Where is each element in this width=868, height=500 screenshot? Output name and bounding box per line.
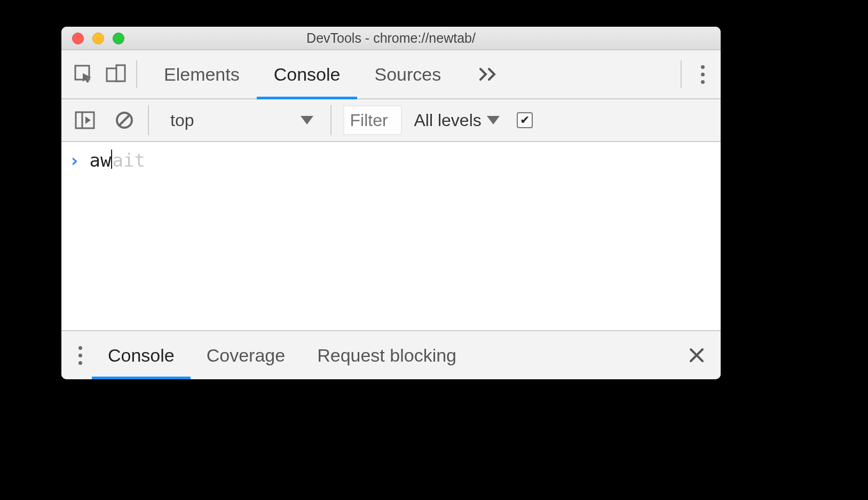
divider	[681, 60, 682, 88]
toggle-sidebar-icon[interactable]	[69, 104, 101, 136]
drawer: Console Coverage Request blocking	[61, 330, 721, 379]
tab-sources[interactable]: Sources	[357, 50, 458, 98]
tab-console[interactable]: Console	[257, 50, 358, 98]
console-prompt-line[interactable]: › await	[61, 142, 721, 178]
drawer-tab-console[interactable]: Console	[92, 331, 191, 379]
titlebar: DevTools - chrome://newtab/	[61, 27, 721, 50]
window-title: DevTools - chrome://newtab/	[61, 30, 721, 46]
levels-label: All levels	[414, 111, 481, 130]
console-autocomplete-suggestion: ait	[112, 150, 145, 171]
console-input-typed: aw	[89, 150, 111, 171]
main-tabs: Elements Console Sources	[147, 50, 458, 98]
context-label: top	[170, 111, 194, 130]
group-similar-checkbox[interactable]: ✔	[517, 112, 533, 128]
chevron-down-icon	[487, 116, 500, 124]
svg-line-6	[119, 115, 130, 126]
log-levels-select[interactable]: All levels	[409, 111, 499, 130]
context-select-wrap: top	[148, 105, 323, 135]
chevron-down-icon	[301, 116, 313, 124]
clear-console-icon[interactable]	[108, 104, 140, 136]
console-toolbar: top All levels ✔	[61, 99, 721, 142]
traffic-lights	[61, 33, 124, 44]
devtools-window: DevTools - chrome://newtab/ Elements Con…	[61, 27, 721, 379]
minimize-window-button[interactable]	[92, 33, 104, 44]
checkmark-icon: ✔	[520, 114, 530, 126]
divider	[136, 60, 137, 88]
console-body[interactable]: › await	[61, 142, 721, 330]
zoom-window-button[interactable]	[113, 33, 124, 44]
drawer-tab-request-blocking[interactable]: Request blocking	[301, 331, 472, 379]
filter-input[interactable]	[343, 105, 402, 135]
drawer-tabs: Console Coverage Request blocking	[92, 331, 472, 379]
settings-kebab-icon[interactable]	[691, 65, 714, 84]
prompt-chevron-icon: ›	[69, 150, 80, 171]
main-tabbar: Elements Console Sources	[61, 50, 721, 99]
device-toolbar-icon[interactable]	[100, 58, 132, 90]
drawer-tab-coverage[interactable]: Coverage	[191, 331, 301, 379]
svg-rect-2	[116, 65, 125, 81]
execution-context-select[interactable]: top	[161, 104, 323, 136]
close-drawer-icon[interactable]	[680, 347, 713, 363]
filter-wrap	[330, 105, 402, 135]
svg-rect-3	[76, 112, 94, 128]
close-window-button[interactable]	[72, 33, 84, 44]
more-tabs-icon[interactable]	[473, 58, 505, 90]
drawer-kebab-icon[interactable]	[69, 346, 92, 365]
tab-elements[interactable]: Elements	[147, 50, 257, 98]
inspect-element-icon[interactable]	[68, 58, 100, 90]
